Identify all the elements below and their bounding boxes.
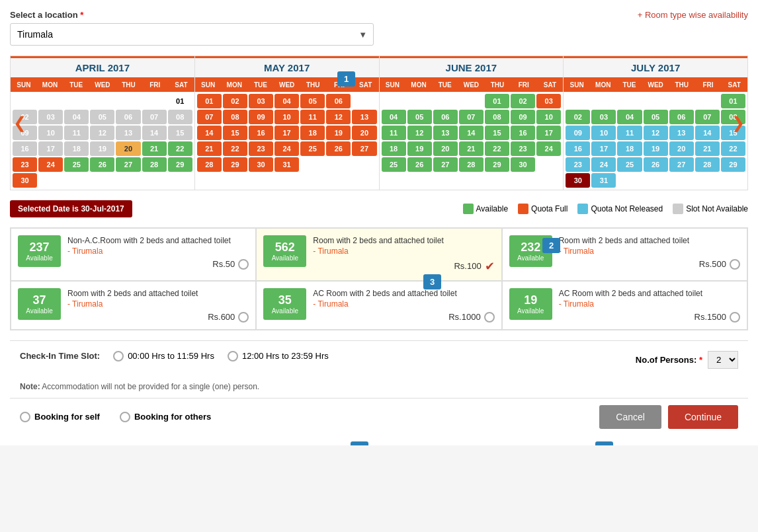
room-radio-2[interactable] — [730, 259, 740, 270]
cal-day[interactable]: 15 — [168, 126, 192, 140]
cal-day[interactable]: 05 — [90, 110, 114, 124]
cal-day[interactable]: 01 — [485, 94, 509, 108]
cal-day[interactable]: 12 — [407, 126, 432, 140]
cal-day[interactable]: 30 — [566, 173, 590, 188]
cal-day[interactable]: 07 — [142, 110, 167, 124]
booking-others[interactable]: Booking for others — [120, 412, 211, 422]
cal-day[interactable]: 23 — [566, 157, 590, 172]
cal-day[interactable]: 04 — [274, 94, 299, 108]
room-type-link[interactable]: Room type wise availability — [638, 10, 748, 20]
cal-day[interactable]: 14 — [459, 126, 484, 140]
cal-day[interactable]: 17 — [536, 126, 561, 140]
cal-day[interactable]: 21 — [695, 141, 720, 156]
cal-day[interactable]: 10 — [38, 126, 63, 140]
cal-day[interactable]: 14 — [142, 126, 167, 140]
cal-day[interactable]: 26 — [644, 157, 668, 172]
cal-day[interactable]: 02 — [566, 110, 590, 124]
cal-day[interactable]: 13 — [669, 126, 694, 140]
cal-day[interactable]: 10 — [591, 126, 616, 140]
cal-day[interactable]: 11 — [64, 126, 89, 140]
time-slot-1-radio[interactable] — [113, 351, 124, 361]
cal-day[interactable]: 18 — [617, 141, 642, 156]
cal-day[interactable]: 16 — [511, 126, 535, 140]
cal-day[interactable]: 27 — [669, 157, 694, 172]
cal-day[interactable]: 14 — [695, 126, 720, 140]
cal-day[interactable]: 02 — [223, 94, 247, 108]
cal-day[interactable]: 12 — [326, 110, 351, 124]
room-radio-5[interactable] — [730, 312, 740, 323]
cal-day[interactable]: 28 — [695, 157, 720, 172]
cal-day[interactable]: 27 — [433, 157, 458, 172]
cal-day[interactable]: 29 — [721, 157, 745, 172]
cal-day[interactable]: 11 — [382, 126, 406, 140]
cal-day[interactable]: 30 — [13, 173, 37, 188]
cal-day[interactable]: 23 — [13, 157, 37, 172]
room-card-0[interactable]: 237AvailableNon-A.C.Room with 2 beds and… — [11, 228, 256, 281]
cancel-button[interactable]: Cancel — [599, 405, 661, 429]
cal-day[interactable]: 15 — [223, 126, 247, 140]
cal-day[interactable]: 28 — [142, 157, 167, 172]
cal-day[interactable]: 27 — [352, 141, 376, 156]
cal-day[interactable]: 29 — [223, 157, 247, 172]
cal-day[interactable]: 30 — [249, 157, 273, 172]
room-card-1[interactable]: 562AvailableRoom with 2 beds and attache… — [256, 228, 501, 281]
cal-day[interactable]: 19 — [90, 141, 114, 156]
cal-day[interactable]: 22 — [485, 141, 509, 156]
cal-day[interactable]: 20 — [352, 126, 376, 140]
cal-day[interactable]: 06 — [669, 110, 694, 124]
cal-day[interactable]: 09 — [566, 126, 590, 140]
cal-day[interactable]: 12 — [90, 126, 114, 140]
cal-day[interactable]: 29 — [485, 157, 509, 172]
cal-day[interactable]: 12 — [644, 126, 668, 140]
cal-day[interactable]: 24 — [591, 157, 616, 172]
cal-day[interactable]: 08 — [223, 110, 247, 124]
cal-day[interactable]: 26 — [326, 141, 351, 156]
cal-day[interactable]: 26 — [407, 157, 432, 172]
cal-day[interactable]: 24 — [536, 141, 561, 156]
cal-day[interactable]: 02 — [511, 94, 535, 108]
cal-day[interactable]: 10 — [274, 110, 299, 124]
booking-self-radio[interactable] — [20, 412, 30, 422]
room-card-4[interactable]: 35AvailableAC Room with 2 beds and attac… — [256, 281, 501, 330]
cal-day[interactable]: 06 — [433, 110, 458, 124]
cal-day[interactable]: 03 — [249, 94, 273, 108]
cal-day[interactable]: 16 — [13, 141, 37, 156]
continue-button[interactable]: Continue — [668, 405, 738, 429]
cal-day[interactable]: 24 — [274, 141, 299, 156]
cal-day[interactable]: 21 — [142, 141, 167, 156]
cal-day[interactable]: 21 — [197, 141, 222, 156]
cal-day[interactable]: 07 — [695, 110, 720, 124]
cal-day[interactable]: 22 — [721, 141, 745, 156]
cal-day[interactable]: 05 — [644, 110, 668, 124]
cal-day[interactable]: 03 — [38, 110, 63, 124]
cal-day[interactable]: 25 — [617, 157, 642, 172]
cal-day[interactable]: 15 — [485, 126, 509, 140]
cal-day[interactable]: 07 — [197, 110, 222, 124]
cal-day[interactable]: 03 — [536, 94, 561, 108]
cal-day[interactable]: 10 — [536, 110, 561, 124]
cal-day[interactable]: 05 — [300, 94, 325, 108]
cal-day[interactable]: 24 — [38, 157, 63, 172]
cal-day[interactable]: 30 — [511, 157, 535, 172]
cal-day[interactable]: 16 — [566, 141, 590, 156]
cal-day[interactable]: 28 — [197, 157, 222, 172]
room-card-2[interactable]: 232AvailableRoom with 2 beds and attache… — [502, 228, 747, 281]
calendar-nav-right[interactable]: ❯ — [732, 114, 745, 132]
cal-day[interactable]: 07 — [459, 110, 484, 124]
cal-day[interactable]: 16 — [249, 126, 273, 140]
cal-day[interactable]: 31 — [591, 173, 616, 188]
cal-day[interactable]: 25 — [300, 141, 325, 156]
cal-day[interactable]: 01 — [168, 94, 192, 108]
cal-day[interactable]: 18 — [382, 141, 406, 156]
room-radio-0[interactable] — [238, 259, 249, 270]
booking-others-radio[interactable] — [120, 412, 130, 422]
cal-day[interactable]: 09 — [249, 110, 273, 124]
cal-day[interactable]: 08 — [168, 110, 192, 124]
cal-day[interactable]: 22 — [223, 141, 247, 156]
cal-day[interactable]: 18 — [64, 141, 89, 156]
cal-day[interactable]: 27 — [116, 157, 140, 172]
room-radio-3[interactable] — [238, 312, 249, 323]
time-slot-2[interactable]: 12:00 Hrs to 23:59 Hrs — [228, 351, 329, 361]
cal-day[interactable]: 13 — [352, 110, 376, 124]
cal-day[interactable]: 06 — [116, 110, 140, 124]
